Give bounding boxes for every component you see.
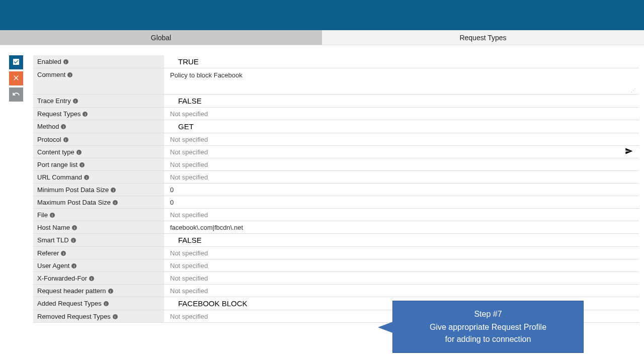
callout-title: Step #7 <box>403 308 573 320</box>
cancel-button[interactable] <box>9 71 23 85</box>
form-table: Enabledi TRUE Commenti Policy to block F… <box>33 55 639 323</box>
row-smart-tld: Smart TLDi FALSE <box>33 234 639 247</box>
save-button[interactable] <box>9 55 23 69</box>
undo-button[interactable] <box>9 87 23 102</box>
row-max-post: Maximum Post Data Sizei 0 <box>33 196 639 209</box>
label-enabled: Enabledi <box>33 55 164 68</box>
info-icon[interactable]: i <box>63 59 68 64</box>
tab-bar: Global Request Types <box>0 30 644 45</box>
value-x-forwarded[interactable]: Not specified <box>164 272 639 284</box>
label-request-types: Request Typesi <box>33 108 164 120</box>
callout-line1: Give appropriate Request Profile <box>430 323 546 331</box>
info-icon[interactable]: i <box>104 301 109 306</box>
tab-global[interactable]: Global <box>0 30 322 45</box>
label-smart-tld: Smart TLDi <box>33 234 164 246</box>
info-icon[interactable]: i <box>113 200 118 205</box>
label-added-req: Added Request Typesi <box>33 297 164 310</box>
row-comment: Commenti Policy to block Facebook⋰ <box>33 68 639 95</box>
row-trace-entry: Trace Entryi FALSE <box>33 95 639 108</box>
info-icon[interactable]: i <box>63 137 68 142</box>
value-user-agent[interactable]: Not specified <box>164 259 639 272</box>
info-icon[interactable]: i <box>113 314 118 319</box>
label-host-name: Host Namei <box>33 221 164 233</box>
row-request-types: Request Typesi Not specified <box>33 108 639 120</box>
value-max-post[interactable]: 0 <box>164 196 639 208</box>
value-req-header[interactable]: Not specified <box>164 285 639 297</box>
send-icon[interactable] <box>625 147 633 157</box>
value-enabled[interactable]: TRUE <box>164 55 639 68</box>
value-trace-entry[interactable]: FALSE <box>164 95 639 107</box>
label-method: Methodi <box>33 120 164 133</box>
row-host-name: Host Namei facebook\.com|fbcdn\.net <box>33 221 639 234</box>
info-icon[interactable]: i <box>84 175 89 180</box>
info-icon[interactable]: i <box>50 213 55 218</box>
info-icon[interactable]: i <box>79 162 85 167</box>
row-min-post: Minimum Post Data Sizei 0 <box>33 184 639 196</box>
info-icon[interactable]: i <box>89 276 94 281</box>
info-icon[interactable]: i <box>83 112 88 117</box>
label-protocol: Protocoli <box>33 133 164 145</box>
label-comment: Commenti <box>33 68 164 94</box>
info-icon[interactable]: i <box>76 150 82 155</box>
info-icon[interactable]: i <box>73 99 78 104</box>
label-content-type: Content typei <box>33 146 164 158</box>
value-file[interactable]: Not specified <box>164 209 639 221</box>
info-icon[interactable]: i <box>61 251 66 256</box>
label-removed-req: Removed Request Typesi <box>33 310 164 322</box>
callout-line2: for adding to connection <box>445 335 531 343</box>
label-max-post: Maximum Post Data Sizei <box>33 196 164 208</box>
label-file: Filei <box>33 209 164 221</box>
undo-icon <box>12 90 20 100</box>
label-url-command: URL Commandi <box>33 171 164 183</box>
label-trace-entry: Trace Entryi <box>33 95 164 107</box>
callout-arrow-icon <box>378 321 394 333</box>
row-x-forwarded: X-Forwarded-Fori Not specified <box>33 272 639 285</box>
value-host-name[interactable]: facebook\.com|fbcdn\.net <box>164 221 639 233</box>
row-method: Methodi GET <box>33 120 639 133</box>
row-file: Filei Not specified <box>33 209 639 221</box>
value-comment[interactable]: Policy to block Facebook⋰ <box>164 68 639 94</box>
row-req-header: Request header patterni Not specified <box>33 285 639 297</box>
row-enabled: Enabledi TRUE <box>33 55 639 68</box>
close-icon <box>12 74 20 83</box>
info-icon[interactable]: i <box>108 289 113 294</box>
value-smart-tld[interactable]: FALSE <box>164 234 639 246</box>
row-referer: Refereri Not specified <box>33 247 639 259</box>
info-icon[interactable]: i <box>71 263 76 268</box>
label-min-post: Minimum Post Data Sizei <box>33 184 164 196</box>
value-content-type[interactable]: Not specified <box>164 146 639 158</box>
label-referer: Refereri <box>33 247 164 259</box>
action-buttons <box>9 55 25 323</box>
row-content-type: Content typei Not specified <box>33 146 639 158</box>
check-icon <box>12 58 20 67</box>
value-min-post[interactable]: 0 <box>164 184 639 196</box>
value-protocol[interactable]: Not specified <box>164 133 639 145</box>
label-x-forwarded: X-Forwarded-Fori <box>33 272 164 284</box>
info-icon[interactable]: i <box>61 124 66 129</box>
label-port-range: Port range listi <box>33 158 164 170</box>
label-req-header: Request header patterni <box>33 285 164 297</box>
value-request-types[interactable]: Not specified <box>164 108 639 120</box>
resize-handle-icon[interactable]: ⋰ <box>631 87 636 93</box>
value-port-range[interactable]: Not specified <box>164 158 639 170</box>
info-icon[interactable]: i <box>111 188 116 193</box>
info-icon[interactable]: i <box>72 225 77 230</box>
value-referer[interactable]: Not specified <box>164 247 639 259</box>
row-user-agent: User Agenti Not specified <box>33 259 639 272</box>
tab-request-types[interactable]: Request Types <box>322 30 644 45</box>
row-url-command: URL Commandi Not specified <box>33 171 639 184</box>
info-icon[interactable]: i <box>71 238 76 243</box>
info-icon[interactable]: i <box>67 72 72 77</box>
row-protocol: Protocoli Not specified <box>33 133 639 146</box>
top-banner <box>0 0 644 30</box>
value-method[interactable]: GET <box>164 120 639 133</box>
value-url-command[interactable]: Not specified <box>164 171 639 183</box>
row-port-range: Port range listi Not specified <box>33 158 639 171</box>
label-user-agent: User Agenti <box>33 259 164 272</box>
callout-step-7: Step #7 Give appropriate Request Profile… <box>392 301 584 353</box>
